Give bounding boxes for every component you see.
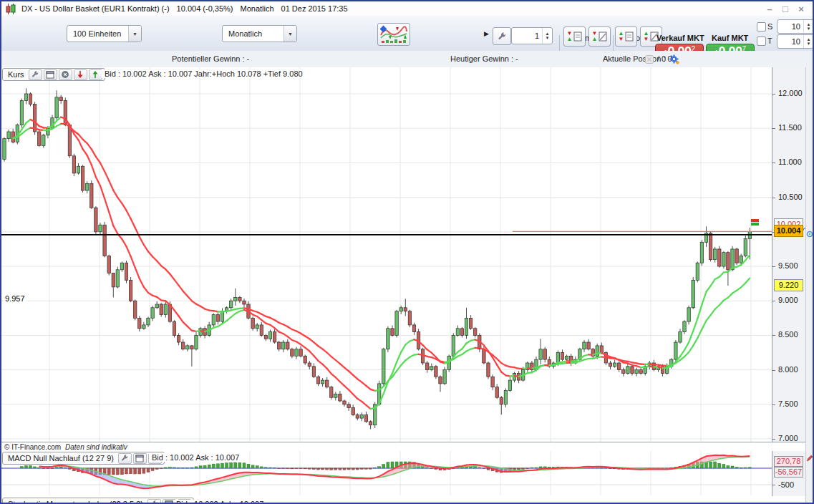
stochastic-panel-header: Stochastic Momentum Index (22 3 5 3) (2, 498, 194, 503)
price-chart-canvas[interactable] (1, 67, 772, 442)
close-position-disabled-icon (645, 55, 654, 64)
instrument-title: DX - US Dollar Basket (EUR1 Kontrakt) (-… (21, 4, 170, 13)
wrench-icon (31, 70, 39, 79)
level-price-label: 9.957 (4, 294, 26, 303)
chevron-down-icon: ▼ (284, 26, 296, 42)
panel-window-button[interactable] (133, 453, 147, 464)
stepper-arrows-icon[interactable]: ▲▼ (803, 35, 813, 48)
stepper-arrows-icon[interactable]: ▲▼ (803, 20, 813, 33)
panel-window-button[interactable] (44, 69, 57, 80)
axis-tick (772, 128, 775, 129)
wrench-icon (120, 454, 129, 462)
macd-axis[interactable]: 270,78 -56,567 -500 (772, 451, 806, 496)
axis-tick-label: 7.500 (778, 399, 798, 408)
take-profit-checkbox-label: T (767, 37, 772, 45)
macd-quote-line: Bid : 10.002 Ask : 10.007 (149, 453, 242, 462)
attribution-bar: © IT-Finance.com Daten sind indikativ (1, 442, 805, 452)
candlestick-logo-icon (6, 4, 17, 14)
position-info-bar: Potentieller Gewinn : - Heutiger Gewinn … (1, 51, 813, 68)
axis-tick-label: 12.000 (778, 89, 803, 97)
order-sheet-icon (625, 32, 634, 42)
sell-limit-button[interactable]: ▼▲ (563, 26, 586, 47)
axis-tick-label: 9.000 (778, 296, 798, 304)
axis-tick-label: 8.500 (778, 330, 798, 339)
axis-tick-label: 11.500 (778, 123, 802, 132)
macd-tick-label: -500 (778, 480, 794, 489)
buy-limit-button[interactable]: ▼▲ (588, 26, 611, 47)
right-tool-strip (805, 67, 813, 503)
price-axis[interactable]: 7.000 7.500 8.000 8.500 9.000 9.500 10.0… (772, 67, 806, 442)
close-icon (61, 70, 69, 79)
today-gain-label: Heutiger Gewinn : - (450, 54, 518, 63)
pencil-icon[interactable] (806, 455, 813, 462)
stop-loss-checkbox[interactable] (757, 22, 766, 32)
stepper-arrows-icon[interactable]: ▲▼ (542, 28, 552, 44)
macd-signal-label: -56,567 (774, 467, 803, 478)
axis-tick-label: 10.500 (778, 193, 803, 201)
axis-tool-icon[interactable] (806, 231, 813, 238)
macd-panel-title: MACD Null Nachlauf (12 27 9) (5, 454, 117, 462)
red-down-arrow-icon (76, 70, 84, 79)
wrench-icon (497, 32, 507, 42)
buy-market-label: Kauf MKT (712, 34, 748, 42)
stop-loss-checkbox-label: S (767, 22, 772, 31)
sell-stop-button[interactable]: ▲▼ (615, 26, 637, 47)
timeframe-dropdown[interactable]: Monatlich ▼ (222, 25, 297, 42)
trading-window: { "window": { "title": "DX - US Dollar B… (0, 0, 814, 504)
close-button[interactable]: × (795, 4, 807, 14)
order-settings-button[interactable] (493, 27, 511, 45)
units-dropdown[interactable]: 100 Einheiten ▼ (67, 25, 142, 42)
macd-panel-header: MACD Null Nachlauf (12 27 9) (2, 452, 165, 465)
axis-tick (772, 301, 775, 301)
sell-shortcut-button[interactable] (74, 69, 87, 80)
axis-tick (772, 370, 775, 371)
window-icon (135, 455, 144, 462)
macd-value-label: 270,78 (774, 456, 803, 467)
wrench-icon (150, 500, 158, 503)
axis-tick-label: 8.000 (778, 365, 798, 374)
title-price-change: 10.004 (-0,35%) (177, 4, 233, 13)
order-sheet-icon (573, 32, 582, 42)
take-profit-stepper[interactable]: 10 ▲▼ (777, 34, 814, 49)
quantity-value: 1 (512, 32, 542, 40)
timeframe-dropdown-value: Monatlich (223, 29, 284, 38)
sell-market-label: Verkauf MKT (656, 34, 704, 42)
current-position-suffix: / 0 (657, 54, 666, 63)
price-quote-line: Bid : 10.002 Ask : 10.007 Jahr:+Hoch 10.… (102, 69, 306, 78)
chart-style-icon (380, 25, 407, 44)
axis-tick (772, 198, 775, 198)
order-edit-icon (599, 32, 607, 42)
window-icon (46, 71, 54, 79)
recent-low-label: 9.220 (774, 279, 803, 291)
potential-gain-label: Potentieller Gewinn : - (172, 54, 249, 63)
price-chart-panel: Kurs Bid : 10.002 Ask : 10.007 Jahr:+Hoc… (1, 67, 772, 442)
position-settings-gear-icon[interactable] (669, 54, 679, 64)
panel-settings-button[interactable] (118, 453, 132, 464)
panel-settings-button[interactable] (29, 69, 42, 80)
disclaimer-label: Daten sind indikativ (65, 443, 127, 451)
axis-tick (772, 404, 775, 405)
title-datetime: 01 Dez 2015 17:35 (281, 4, 348, 13)
stochastic-panel: Stochastic Momentum Index (22 3 5 3) Bid… (1, 496, 805, 503)
buy-shortcut-button[interactable] (89, 69, 102, 80)
window-icon (165, 500, 173, 503)
copyright-label: © IT-Finance.com (4, 443, 61, 451)
panel-close-button[interactable] (59, 69, 72, 80)
stochastic-quote-line: Bid : 10.002 Ask : 10.007 (173, 500, 266, 503)
last-price-label: 10.004 (774, 225, 803, 237)
panel-expander-arrow[interactable]: ▶ (484, 30, 489, 37)
chart-style-button[interactable] (377, 23, 410, 46)
maximize-button[interactable]: □ (780, 4, 791, 14)
panel-settings-button[interactable] (147, 499, 161, 503)
quantity-stepper[interactable]: 1 ▲▼ (511, 27, 553, 44)
axis-tick (772, 439, 775, 440)
axis-tick (772, 163, 775, 163)
macd-panel: MACD Null Nachlauf (12 27 9) Bid : 10.00… (1, 451, 772, 497)
axis-tick-label: 9.500 (778, 261, 798, 270)
toolbar: 100 Einheiten ▼ Monatlich ▼ ▶ (1, 16, 813, 52)
axis-tick (772, 94, 775, 94)
minimize-button[interactable]: – (764, 4, 775, 14)
stop-loss-stepper[interactable]: 10 ▲▼ (777, 19, 814, 34)
take-profit-checkbox[interactable] (757, 37, 766, 46)
chevron-down-icon: ▼ (128, 26, 141, 42)
